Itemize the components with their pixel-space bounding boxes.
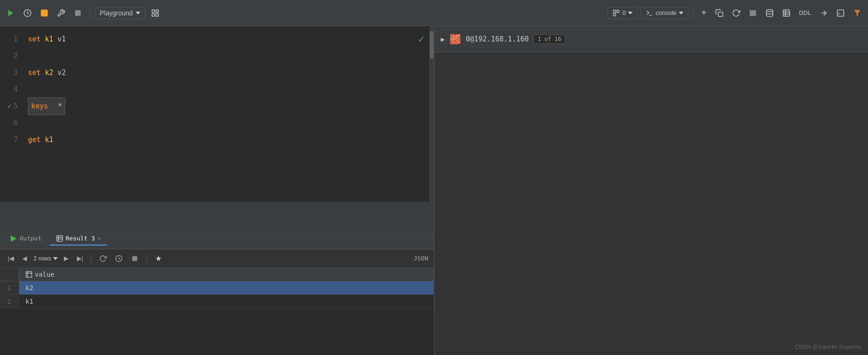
main-toolbar: P Playground 0 — [0, 0, 868, 26]
filter-button[interactable] — [850, 7, 864, 19]
row-num-header — [0, 268, 19, 281]
left-panel: 1 2 3 4 ✓5 6 7 ✓ — [0, 26, 434, 355]
right-panel-body — [434, 52, 868, 355]
scrollbar-thumb[interactable] — [430, 31, 434, 59]
results-pin-button[interactable] — [152, 254, 165, 263]
refresh-button[interactable] — [729, 7, 743, 19]
svg-rect-16 — [718, 12, 723, 16]
svg-rect-9 — [156, 14, 158, 16]
svg-rect-38 — [26, 272, 31, 277]
redis-icon: 🧱 — [449, 34, 461, 45]
first-page-button[interactable]: |◀ — [6, 254, 16, 263]
results-toolbar: |◀ ◀ 2 rows ▶ ▶| — [0, 249, 434, 268]
svg-rect-6 — [152, 10, 154, 12]
ddl-button[interactable]: DDL — [796, 7, 814, 18]
watermark: CSDN @XiaoHH Superme — [795, 344, 861, 350]
format-button[interactable] — [746, 7, 760, 19]
svg-text:P: P — [42, 11, 45, 15]
svg-marker-35 — [53, 257, 58, 260]
table-button[interactable] — [779, 7, 793, 19]
row-2-num: 2 — [0, 295, 19, 308]
code-line-4 — [28, 81, 429, 98]
tab-close-button[interactable]: ✕ — [98, 235, 101, 241]
svg-rect-4 — [75, 10, 81, 16]
top-checkmark: ✓ — [418, 31, 424, 48]
connection-count: 0 — [622, 9, 626, 16]
last-page-button[interactable]: ▶| — [75, 254, 85, 263]
copy-button[interactable] — [712, 7, 726, 19]
main-area: 1 2 3 4 ✓5 6 7 ✓ — [0, 26, 868, 355]
svg-text:QL: QL — [838, 12, 841, 15]
results-stop-button[interactable] — [129, 254, 141, 263]
panel-divider — [0, 205, 434, 229]
next-page-button[interactable]: ▶ — [62, 254, 71, 263]
code-editor[interactable]: ✓ set k1 v1 set k2 v2 — [23, 26, 429, 202]
value-header-text: value — [35, 271, 55, 278]
code-line-6 — [28, 115, 429, 131]
grid-icon-button[interactable] — [148, 7, 162, 19]
add-button[interactable]: + — [698, 6, 710, 20]
connection-count-button[interactable]: 0 — [607, 7, 638, 19]
code-line-7: get k1 — [28, 131, 429, 148]
console-button[interactable]: console — [641, 7, 689, 19]
of-count-badge: 1 of 16 — [533, 34, 565, 44]
svg-marker-5 — [136, 12, 140, 14]
prev-page-button[interactable]: ◀ — [20, 254, 29, 263]
results-table: value 1 k2 2 k1 — [0, 268, 434, 355]
toolbar-right: 0 console + — [607, 6, 864, 20]
bottom-section: Output Result 3 ✕ |◀ ◀ — [0, 229, 434, 355]
code-line-5: keys * — [28, 98, 429, 115]
svg-rect-10 — [613, 10, 616, 13]
tab-output[interactable]: Output — [4, 232, 48, 246]
tab-result3[interactable]: Result 3 ✕ — [50, 232, 107, 246]
play-button[interactable] — [4, 7, 18, 19]
history-button[interactable] — [21, 7, 34, 19]
ddl-label: DDL — [799, 9, 811, 16]
rows-dropdown[interactable]: 2 rows — [33, 255, 57, 262]
playground-label: Playground — [100, 9, 133, 17]
wrench-button[interactable] — [54, 7, 68, 19]
editor-section: 1 2 3 4 ✓5 6 7 ✓ — [0, 26, 434, 205]
code-line-2 — [28, 48, 429, 64]
svg-marker-13 — [628, 12, 633, 14]
bottom-tabs: Output Result 3 ✕ — [0, 229, 434, 249]
row-2-value: k1 — [19, 295, 434, 308]
jump-button[interactable] — [817, 7, 831, 19]
expand-arrow[interactable]: ▶ — [441, 35, 445, 43]
row-1-value: k2 — [19, 281, 434, 295]
stop-button[interactable] — [71, 7, 85, 19]
svg-rect-31 — [57, 235, 62, 241]
toolbar-separator-2 — [693, 7, 694, 20]
results-timer-button[interactable] — [113, 254, 125, 263]
playground-dropdown[interactable]: Playground — [95, 7, 145, 19]
row-1-num: 1 — [0, 281, 19, 295]
svg-point-21 — [766, 9, 773, 12]
svg-rect-7 — [156, 10, 158, 12]
svg-marker-0 — [8, 10, 14, 16]
sql-button[interactable]: QL — [834, 7, 847, 19]
results-refresh-button[interactable] — [97, 254, 109, 263]
table-row[interactable]: 2 k1 — [0, 295, 434, 308]
right-panel: ▶ 🧱 0@192.168.1.160 1 of 16 — [434, 26, 868, 355]
db-button[interactable] — [763, 7, 777, 19]
data-table: value 1 k2 2 k1 — [0, 268, 434, 308]
svg-rect-12 — [613, 14, 616, 16]
editor-scrollbar[interactable] — [429, 26, 434, 202]
toolbar-separator-1 — [90, 7, 90, 20]
code-line-1: set k1 v1 — [28, 31, 429, 48]
p-icon-button[interactable]: P — [37, 7, 51, 19]
connection-address: 0@192.168.1.160 — [466, 35, 529, 43]
console-label: console — [655, 9, 676, 16]
json-format-label: JSON — [413, 255, 428, 262]
svg-marker-15 — [679, 12, 683, 14]
value-column-header: value — [19, 268, 434, 281]
right-panel-header: ▶ 🧱 0@192.168.1.160 1 of 16 — [434, 26, 868, 52]
svg-rect-37 — [132, 256, 138, 261]
results-sep-2 — [146, 254, 147, 263]
svg-rect-11 — [617, 10, 620, 13]
svg-marker-30 — [11, 236, 16, 241]
code-line-3: set k2 v2 — [28, 64, 429, 81]
table-row[interactable]: 1 k2 — [0, 281, 434, 295]
svg-marker-29 — [854, 10, 861, 16]
svg-rect-8 — [152, 14, 154, 16]
